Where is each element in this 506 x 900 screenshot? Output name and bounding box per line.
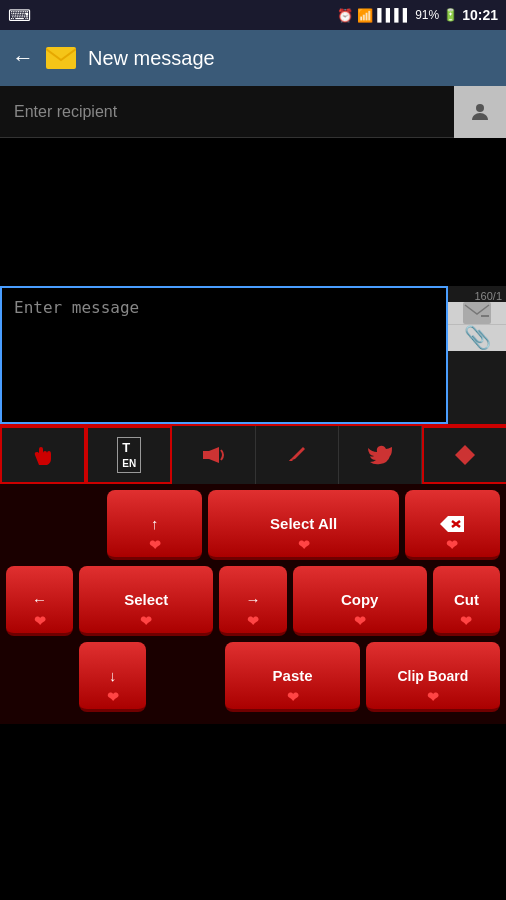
message-side-buttons: 160/1 📎 [448,286,506,351]
alarm-icon: ⏰ [337,8,353,23]
select-all-label: Select All [270,515,337,532]
heart-deco: ❤ [149,537,161,553]
wifi-icon: 📶 [357,8,373,23]
recipient-row [0,86,506,138]
heart-deco-2: ❤ [298,537,310,553]
keyboard-icon: ⌨ [8,6,31,25]
lang-label: TEN [117,437,141,473]
kbd-cut-key[interactable]: Cut ❤ [433,566,500,636]
person-icon [468,100,492,124]
right-arrow-icon: → [245,591,260,608]
toolbar-hand-button[interactable] [0,426,86,484]
down-arrow-icon: ↓ [109,667,117,684]
kbd-left-key[interactable]: ← ❤ [6,566,73,636]
keyboard-row-2: ← ❤ Select ❤ → ❤ Copy ❤ Cut ❤ [6,566,500,636]
kbd-backspace-key[interactable]: ❤ [405,490,500,560]
recipient-input[interactable] [0,86,454,138]
kbd-select-all-key[interactable]: Select All ❤ [208,490,398,560]
megaphone-icon [199,443,227,467]
toolbar-lang-button[interactable]: TEN [86,426,172,484]
heart-deco-7: ❤ [354,613,366,629]
kbd-empty-1 [6,490,101,560]
clock: 10:21 [462,7,498,23]
contact-picker-button[interactable] [454,86,506,138]
message-input-wrapper [0,286,448,424]
heart-deco-6: ❤ [247,613,259,629]
keyboard-row-1: ↑ ❤ Select All ❤ ❤ [6,490,500,560]
svg-rect-2 [463,302,491,324]
status-bar-right: ⏰ 📶 ▌▌▌▌ 91% 🔋 10:21 [337,7,498,23]
attach-button[interactable]: 📎 [448,325,506,351]
paste-label: Paste [273,667,313,684]
kbd-empty-3 [152,642,219,712]
paperclip-icon: 📎 [464,325,491,351]
heart-deco-5: ❤ [140,613,152,629]
toolbar-edit-button[interactable] [256,426,339,484]
up-arrow-icon: ↑ [151,515,159,532]
page-title: New message [88,47,215,70]
mail-icon [46,47,76,69]
bird-icon [366,443,394,467]
app-header: ← New message [0,30,506,86]
clipboard-label: Clip Board [397,668,468,684]
keyboard-row-3: ↓ ❤ Paste ❤ Clip Board ❤ [6,642,500,712]
kbd-right-key[interactable]: → ❤ [219,566,286,636]
back-button[interactable]: ← [12,45,34,71]
message-input-row: 160/1 📎 [0,286,506,424]
battery-icon: 🔋 [443,8,458,22]
kbd-select-key[interactable]: Select ❤ [79,566,213,636]
heart-deco-10: ❤ [287,689,299,705]
pen-icon [285,443,309,467]
diamond-icon [453,443,477,467]
keyboard-area: ↑ ❤ Select All ❤ ❤ ← ❤ Select ❤ → ❤ [0,484,506,724]
hand-point-icon [29,441,57,469]
copy-label: Copy [341,591,379,608]
cut-label: Cut [454,591,479,608]
keyboard-toolbar: TEN [0,424,506,484]
status-bar: ⌨ ⏰ 📶 ▌▌▌▌ 91% 🔋 10:21 [0,0,506,30]
kbd-clipboard-key[interactable]: Clip Board ❤ [366,642,500,712]
message-input[interactable] [2,288,446,418]
signal-icon: ▌▌▌▌ [377,8,411,22]
heart-deco-11: ❤ [427,689,439,705]
heart-deco-4: ❤ [34,613,46,629]
heart-deco-9: ❤ [107,689,119,705]
toolbar-special-button[interactable] [422,426,506,484]
kbd-up-key[interactable]: ↑ ❤ [107,490,202,560]
send-icon [463,302,491,324]
select-label: Select [124,591,168,608]
heart-deco-8: ❤ [460,613,472,629]
battery-text: 91% [415,8,439,22]
backspace-icon [438,514,466,534]
char-count: 160/1 [448,286,506,302]
kbd-down-key[interactable]: ↓ ❤ [79,642,146,712]
left-arrow-icon: ← [32,591,47,608]
send-button[interactable] [448,302,506,325]
heart-deco-3: ❤ [446,537,458,553]
svg-point-1 [476,104,484,112]
kbd-copy-key[interactable]: Copy ❤ [293,566,427,636]
svg-rect-0 [46,47,76,69]
status-bar-left: ⌨ [8,6,31,25]
message-area-background [0,138,506,286]
toolbar-social-button[interactable] [339,426,422,484]
kbd-empty-2 [6,642,73,712]
toolbar-megaphone-button[interactable] [172,426,255,484]
kbd-paste-key[interactable]: Paste ❤ [225,642,359,712]
